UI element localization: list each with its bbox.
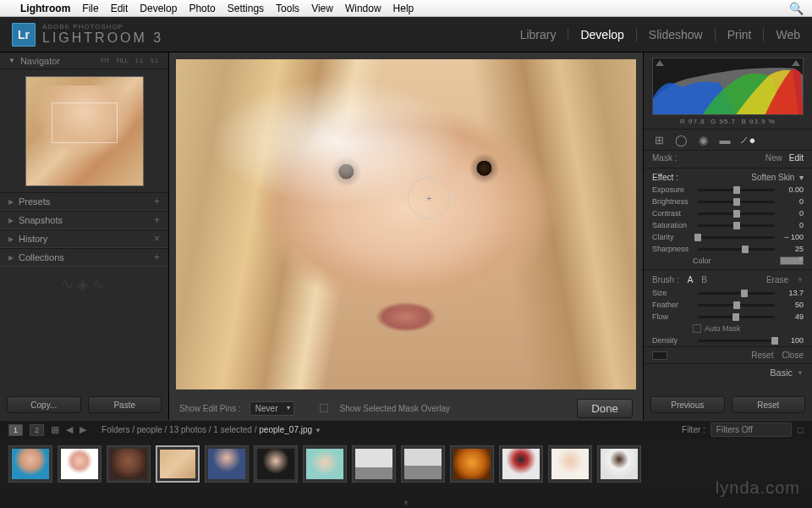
- show-mask-overlay-label: Show Selected Mask Overlay: [340, 404, 451, 413]
- panel-snapshots[interactable]: ▶Snapshots+: [0, 211, 168, 229]
- slider-track[interactable]: [698, 248, 775, 251]
- slider-contrast[interactable]: Contrast0: [644, 207, 812, 219]
- effect-dropdown[interactable]: Soften Skin ▾: [751, 173, 804, 182]
- nav-1to1[interactable]: 1:1: [134, 57, 145, 64]
- thumb-0[interactable]: [8, 445, 52, 483]
- effect-row: Effect : Soften Skin ▾: [644, 171, 812, 184]
- module-library[interactable]: Library: [520, 28, 557, 41]
- view-2[interactable]: 2: [30, 424, 44, 436]
- thumb-4[interactable]: [205, 445, 249, 483]
- brush-b-tab[interactable]: B: [701, 275, 707, 284]
- photo-canvas[interactable]: +: [176, 59, 636, 389]
- filter-lock-icon[interactable]: ◻: [797, 425, 804, 434]
- slider-track[interactable]: [698, 292, 775, 295]
- slider-track[interactable]: [698, 189, 775, 191]
- nav-fill[interactable]: FILL: [115, 57, 130, 64]
- menu-settings[interactable]: Settings: [228, 3, 264, 14]
- brush-close[interactable]: Close: [782, 351, 804, 360]
- mask-edit[interactable]: Edit: [789, 153, 804, 163]
- slider-brightness[interactable]: Brightness0: [644, 196, 812, 207]
- thumb-9[interactable]: [450, 445, 494, 483]
- view-1[interactable]: 1: [8, 424, 23, 436]
- slider-value: 0.00: [780, 185, 804, 194]
- crop-tool-icon[interactable]: ⊞: [652, 133, 666, 146]
- slider-exposure[interactable]: Exposure0.00: [644, 184, 812, 196]
- slider-feather[interactable]: Feather50: [644, 299, 812, 311]
- redeye-tool-icon[interactable]: ◉: [696, 133, 710, 146]
- module-print[interactable]: Print: [727, 28, 752, 41]
- thumb-7[interactable]: [352, 445, 396, 483]
- module-slideshow[interactable]: Slideshow: [649, 28, 703, 41]
- grid-view-icon[interactable]: ▦: [51, 424, 59, 435]
- thumb-12[interactable]: [597, 445, 641, 483]
- color-swatch[interactable]: [780, 257, 804, 265]
- done-button[interactable]: Done: [577, 399, 633, 418]
- menu-window[interactable]: Window: [345, 3, 381, 14]
- breadcrumb[interactable]: Folders / people / 13 photos / 1 selecte…: [102, 425, 321, 434]
- menu-develop[interactable]: Develop: [140, 3, 177, 14]
- slider-saturation[interactable]: Saturation0: [644, 219, 812, 231]
- thumb-6[interactable]: [303, 445, 347, 483]
- slider-track[interactable]: [698, 236, 775, 239]
- thumb-8[interactable]: [401, 445, 445, 483]
- menu-file[interactable]: File: [82, 3, 98, 14]
- slider-flow[interactable]: Flow49: [644, 311, 812, 323]
- previous-button[interactable]: Previous: [650, 396, 725, 413]
- slider-track[interactable]: [698, 213, 775, 215]
- show-edit-pins-dropdown[interactable]: Never: [250, 401, 294, 416]
- histogram[interactable]: R 97.8 G 95.7 B 93.9 %: [644, 52, 812, 129]
- brush-a-tab[interactable]: A: [688, 275, 694, 284]
- slider-sharpness[interactable]: Sharpness25: [644, 243, 812, 255]
- slider-track[interactable]: [698, 224, 775, 227]
- brush-erase-tab[interactable]: Erase: [766, 275, 788, 284]
- navigator-header[interactable]: ▼ Navigator FIT FILL 1:1 3:1: [0, 52, 168, 69]
- brush-reset[interactable]: Reset: [751, 351, 773, 360]
- thumb-10[interactable]: [499, 445, 543, 483]
- thumb-3[interactable]: [156, 445, 200, 483]
- menu-app-name[interactable]: Lightroom: [20, 3, 70, 14]
- slider-track[interactable]: [698, 304, 775, 306]
- panel-switch-icon[interactable]: [652, 351, 667, 360]
- shadow-clip-icon[interactable]: [656, 60, 664, 66]
- thumb-11[interactable]: [548, 445, 592, 483]
- navigator-preview[interactable]: [0, 69, 168, 192]
- nav-next-icon[interactable]: ▶: [80, 424, 86, 435]
- bottom-handle-icon[interactable]: ▼: [403, 499, 410, 507]
- thumb-5[interactable]: [254, 445, 298, 483]
- mask-new[interactable]: New: [765, 153, 782, 163]
- slider-clarity[interactable]: Clarity– 100: [644, 231, 812, 243]
- module-web[interactable]: Web: [776, 28, 800, 41]
- menu-photo[interactable]: Photo: [189, 3, 215, 14]
- panel-collections[interactable]: ▶Collections+: [0, 248, 168, 267]
- grad-filter-tool-icon[interactable]: ▬: [718, 133, 732, 146]
- module-develop[interactable]: Develop: [580, 28, 623, 41]
- nav-3to1[interactable]: 3:1: [148, 57, 160, 64]
- copy-button[interactable]: Copy...: [7, 396, 81, 413]
- menu-view[interactable]: View: [311, 3, 333, 14]
- spotlight-icon[interactable]: 🔍: [789, 2, 804, 15]
- slider-track[interactable]: [698, 340, 775, 342]
- highlight-clip-icon[interactable]: [792, 60, 800, 66]
- slider-track[interactable]: [698, 316, 775, 318]
- panel-presets[interactable]: ▶Presets+: [0, 192, 168, 211]
- nav-fit[interactable]: FIT: [99, 57, 112, 64]
- brush-tool-icon[interactable]: ⟋●: [740, 133, 754, 146]
- slider-size[interactable]: Size13.7: [644, 287, 812, 299]
- nav-prev-icon[interactable]: ◀: [66, 424, 73, 435]
- panel-history[interactable]: ▶History×: [0, 229, 168, 248]
- slider-track[interactable]: [698, 201, 775, 203]
- show-mask-overlay-checkbox[interactable]: [320, 404, 328, 412]
- spot-tool-icon[interactable]: ◯: [674, 133, 688, 146]
- paste-button[interactable]: Paste: [88, 396, 162, 413]
- automask-checkbox[interactable]: [693, 324, 701, 333]
- thumb-2[interactable]: [107, 445, 151, 483]
- slider-density[interactable]: Density100: [644, 334, 812, 346]
- thumb-1[interactable]: [58, 445, 102, 483]
- reset-button[interactable]: Reset: [732, 396, 806, 413]
- menu-tools[interactable]: Tools: [276, 3, 299, 14]
- menu-edit[interactable]: Edit: [111, 3, 129, 14]
- filter-dropdown[interactable]: Filters Off: [710, 422, 792, 437]
- filmstrip[interactable]: [0, 439, 812, 489]
- basic-panel-header[interactable]: Basic▼: [644, 363, 812, 381]
- menu-help[interactable]: Help: [393, 3, 414, 14]
